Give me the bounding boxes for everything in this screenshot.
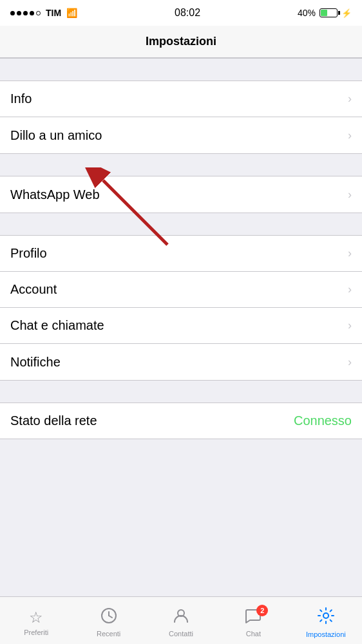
stato-rete-item: Stato della rete Connesso [0,403,362,439]
dillo-chevron: › [348,129,352,142]
profilo-chevron: › [348,247,352,260]
section-gap-3 [0,213,362,236]
chat-chiamate-item[interactable]: Chat e chiamate › [0,308,362,344]
preferiti-label: Preferiti [24,629,48,636]
info-chevron: › [348,92,352,106]
nav-bar: Impostazioni [0,26,362,58]
status-left: TIM 📶 [10,8,77,18]
status-bar: TIM 📶 08:02 40% ⚡ [0,0,362,26]
svg-point-6 [323,613,329,618]
notifiche-label: Notifiche [10,355,61,370]
tab-preferiti[interactable]: ☆ Preferiti [0,605,72,636]
wifi-icon: 📶 [66,8,77,18]
dillo-label: Dillo a un amico [10,128,102,143]
chat-chiamate-label: Chat e chiamate [10,318,104,333]
whatsapp-web-item[interactable]: WhatsApp Web › [0,176,362,213]
status-time: 08:02 [175,7,200,19]
carrier-label: TIM [46,8,61,18]
section-gap-1 [0,58,362,81]
chat-label: Chat [246,630,261,638]
account-label: Account [10,282,57,297]
contatti-icon [173,607,189,628]
chat-badge-container: 2 [245,607,262,628]
dillo-item[interactable]: Dillo a un amico › [0,117,362,153]
tab-contatti[interactable]: Contatti [145,603,217,638]
battery-fill [321,10,327,16]
notifiche-chevron: › [348,355,352,369]
impostazioni-label: Impostazioni [306,630,346,638]
recenti-label: Recenti [97,630,120,638]
tab-recenti[interactable]: Recenti [72,603,144,638]
section-2: WhatsApp Web › [0,176,362,213]
dot1 [10,11,15,15]
signal-dots [10,11,41,15]
preferiti-icon: ☆ [29,609,43,627]
tab-bar: ☆ Preferiti Recenti Contatti [0,596,362,644]
notifiche-item[interactable]: Notifiche › [0,344,362,380]
contatti-label: Contatti [169,630,193,638]
info-item[interactable]: Info › [0,81,362,117]
section-1: Info › Dillo a un amico › [0,81,362,153]
whatsapp-web-chevron: › [348,188,352,202]
bolt-icon: ⚡ [341,8,352,18]
battery-percent: 40% [298,8,316,18]
section-gap-4 [0,380,362,403]
section-4: Stato della rete Connesso [0,403,362,439]
account-chevron: › [348,283,352,296]
profilo-item[interactable]: Profilo › [0,236,362,272]
tab-chat[interactable]: 2 Chat [217,603,289,638]
account-item[interactable]: Account › [0,272,362,308]
dot2 [17,11,21,15]
stato-rete-label: Stato della rete [10,413,97,428]
section-3: Profilo › Account › Chat e chiamate › No… [0,236,362,380]
whatsapp-web-label: WhatsApp Web [10,187,100,202]
tab-impostazioni[interactable]: Impostazioni [290,603,362,638]
dot3 [23,11,28,15]
chat-badge: 2 [256,605,268,616]
svg-line-4 [109,616,112,618]
connesso-label: Connesso [294,413,352,428]
nav-title: Impostazioni [146,35,216,48]
section-gap-2 [0,153,362,176]
chat-chiamate-chevron: › [348,319,352,332]
profilo-label: Profilo [10,246,47,261]
info-label: Info [10,91,32,106]
dot5 [36,11,41,15]
battery-icon [319,8,338,17]
status-right: 40% ⚡ [298,8,352,18]
dot4 [30,11,34,15]
recenti-icon [100,607,117,628]
impostazioni-icon [317,607,335,629]
